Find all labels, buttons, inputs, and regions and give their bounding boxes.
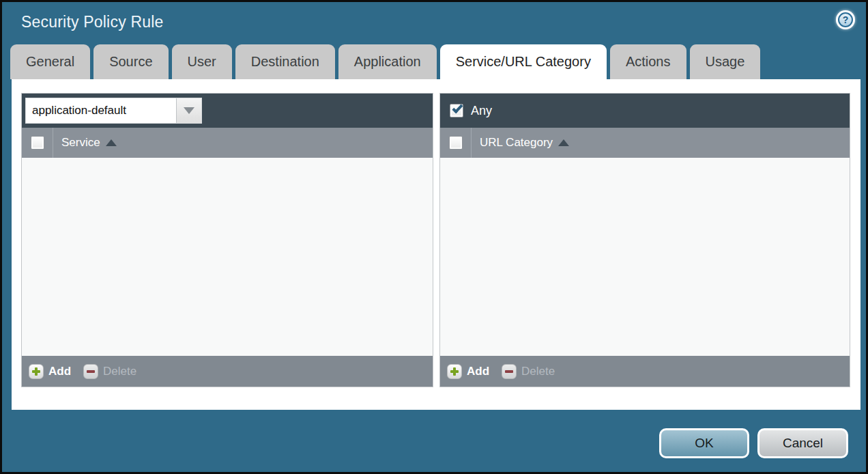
url-category-delete-button[interactable]: Delete [502, 364, 555, 379]
service-panel: application-default Service Add [21, 93, 433, 387]
tab-service-url-category[interactable]: Service/URL Category [440, 44, 607, 79]
service-type-value: application-default [26, 98, 176, 123]
any-label: Any [471, 104, 492, 118]
tab-bar: General Source User Destination Applicat… [10, 44, 858, 79]
service-delete-button[interactable]: Delete [83, 364, 136, 379]
tab-application[interactable]: Application [338, 44, 437, 79]
service-panel-footer: Add Delete [22, 356, 433, 387]
checkmark-icon [452, 102, 463, 113]
service-list[interactable] [22, 158, 433, 356]
add-plus-icon [447, 364, 462, 379]
help-icon: ? [838, 12, 853, 27]
any-checkbox-row: Any [444, 104, 492, 118]
service-add-button[interactable]: Add [29, 364, 71, 379]
tab-destination[interactable]: Destination [235, 44, 335, 79]
url-category-column-label-wrap[interactable]: URL Category [472, 128, 569, 158]
service-panel-header: application-default [22, 94, 433, 128]
sort-ascending-icon [558, 139, 569, 146]
delete-button-label: Delete [521, 365, 555, 378]
url-category-panel-header: Any [440, 94, 850, 128]
security-policy-rule-dialog: { "window": { "title": "Security Policy … [0, 0, 868, 474]
chevron-down-icon [184, 107, 194, 114]
url-category-select-all-cell [440, 128, 472, 158]
url-category-add-button[interactable]: Add [447, 364, 489, 379]
title-bar: Security Policy Rule ? [2, 2, 866, 43]
help-button[interactable]: ? [836, 10, 855, 29]
service-column-label-wrap[interactable]: Service [53, 128, 117, 158]
add-plus-icon [29, 364, 44, 379]
tab-content: application-default Service Add [12, 79, 860, 410]
add-button-label: Add [48, 365, 71, 378]
service-type-dropdown[interactable]: application-default [25, 98, 202, 124]
url-category-column-header: URL Category [440, 128, 850, 158]
service-column-label: Service [61, 136, 100, 150]
dropdown-arrow-button[interactable] [176, 98, 201, 123]
service-column-header: Service [22, 128, 433, 158]
add-button-label: Add [467, 365, 489, 378]
delete-minus-icon [502, 364, 517, 379]
tab-usage[interactable]: Usage [690, 44, 761, 79]
tab-user[interactable]: User [172, 44, 232, 79]
ok-button[interactable]: OK [659, 428, 749, 458]
delete-button-label: Delete [103, 365, 136, 378]
url-category-select-all-checkbox[interactable] [449, 136, 463, 150]
cancel-button[interactable]: Cancel [757, 428, 848, 458]
sort-ascending-icon [106, 139, 117, 146]
url-category-list[interactable] [440, 158, 850, 356]
dialog-title: Security Policy Rule [21, 13, 164, 31]
service-select-all-checkbox[interactable] [31, 136, 44, 150]
service-select-all-cell [22, 128, 53, 158]
url-category-column-label: URL Category [480, 136, 553, 150]
tab-actions[interactable]: Actions [610, 44, 686, 79]
delete-minus-icon [83, 364, 98, 379]
url-category-panel-footer: Add Delete [440, 356, 850, 387]
any-checkbox[interactable] [450, 104, 463, 117]
url-category-panel: Any URL Category Add Delete [439, 93, 850, 387]
tab-general[interactable]: General [10, 44, 90, 79]
tab-source[interactable]: Source [93, 44, 168, 79]
